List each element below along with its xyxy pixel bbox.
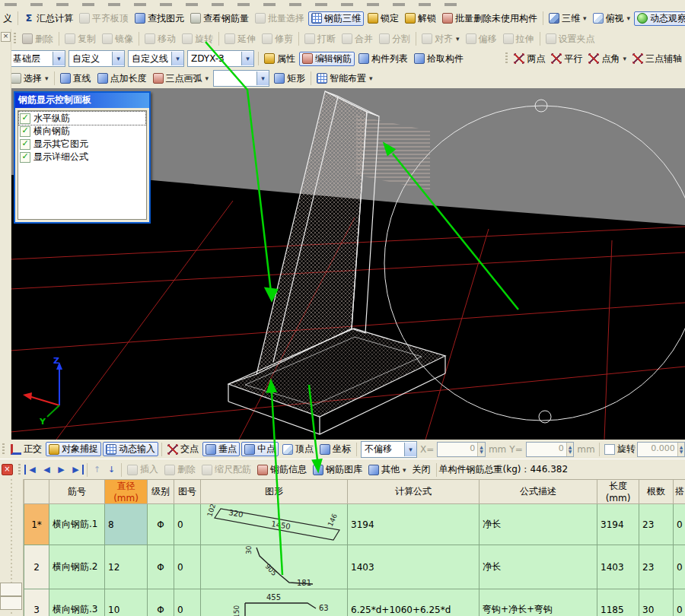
category-combo[interactable]: 自定义▾ [68, 50, 125, 67]
formula-cell[interactable]: 6.25*d+1060+6.25*d [348, 589, 480, 616]
chevron-down-icon[interactable]: ▾ [45, 75, 49, 82]
col-rowno[interactable] [24, 480, 49, 504]
toolbar-grip[interactable] [2, 443, 5, 456]
chevron-down-icon[interactable]: ▾ [623, 55, 626, 62]
col-shape[interactable]: 图形 [201, 480, 348, 504]
view-rebar-qty-button[interactable]: 查看钢筋量 [188, 11, 251, 26]
gutter-button[interactable] [0, 583, 22, 596]
align-button[interactable]: 对齐▾ [419, 32, 462, 46]
close-panel-button[interactable]: × [2, 464, 13, 475]
lap-cell[interactable]: 0 [674, 504, 685, 545]
shape-cell[interactable]: 306 905 181 [201, 545, 348, 589]
point-angle-axis-button[interactable]: 点角▾ [586, 52, 629, 66]
unlock-button[interactable]: 解锁 [403, 11, 438, 26]
toolbar-grip[interactable] [505, 52, 508, 65]
toolbar-grip[interactable] [18, 464, 21, 476]
element-name-combo[interactable]: ZDYX-3▾ [187, 50, 254, 67]
split-button[interactable]: 分割 [377, 32, 413, 46]
last-row-button[interactable]: ▶ [69, 465, 84, 475]
three-point-arc-button[interactable]: 三点画弧▾ [151, 71, 212, 86]
select-button[interactable]: 选择▾ [8, 71, 51, 86]
count-cell[interactable]: 23 [639, 545, 674, 589]
chevron-down-icon[interactable]: ▾ [241, 52, 253, 65]
x-input[interactable]: 0▲▼ [437, 442, 486, 457]
toolbar-grip[interactable] [14, 33, 16, 45]
fig-no-cell[interactable]: 0 [174, 589, 201, 616]
delete-row-button[interactable]: 删除 [162, 462, 198, 477]
chevron-down-icon[interactable]: ▾ [627, 14, 631, 22]
table-row[interactable]: 3 横向钢筋.3 10 Φ 0 150 455 63 6.25*d+1060+6… [24, 589, 685, 616]
insert-row-button[interactable]: 插入 [125, 462, 161, 477]
move-up-button[interactable]: ↑ [91, 465, 104, 475]
col-bar-id[interactable]: 筋号 [49, 480, 105, 504]
extend-button[interactable]: 延伸 [222, 32, 258, 46]
copy-button[interactable]: 复制 [62, 32, 98, 46]
element-list-button[interactable]: 构件列表 [356, 52, 410, 66]
rotate-input[interactable]: 0.000▲▼ [637, 442, 685, 457]
chevron-down-icon[interactable]: ▾ [369, 75, 373, 82]
midpoint-snap-toggle[interactable]: 中点 [241, 442, 279, 456]
formula-desc-cell[interactable]: 净长 [480, 504, 597, 545]
lap-cell[interactable]: 0 [674, 589, 685, 616]
scale-rebar-button[interactable]: 缩尺配筋 [199, 462, 253, 477]
col-count[interactable]: 根数 [639, 480, 674, 504]
pick-element-button[interactable]: 拾取构件 [412, 52, 466, 66]
col-lap[interactable]: 搭 [674, 480, 685, 504]
row-number[interactable]: 3 [24, 589, 49, 616]
fig-no-cell[interactable]: 0 [174, 504, 201, 545]
trim-button[interactable]: 修剪 [260, 32, 295, 46]
break-button[interactable]: 打断 [302, 32, 338, 46]
rectangle-button[interactable]: 矩形 [272, 71, 307, 86]
chevron-down-icon[interactable]: ▾ [53, 52, 65, 65]
diameter-cell[interactable]: 10 [105, 589, 148, 616]
col-grade[interactable]: 级别 [148, 480, 174, 504]
rebar-info-button[interactable]: 钢筋信息 [255, 462, 309, 477]
move-down-button[interactable]: ↓ [105, 465, 118, 475]
fig-no-cell[interactable]: 0 [174, 545, 201, 589]
checkbox-checked-icon[interactable]: ✓ [20, 126, 30, 137]
next-row-button[interactable]: ▶ [55, 465, 68, 475]
chevron-down-icon[interactable]: ▾ [256, 71, 269, 85]
three-point-aux-axis-button[interactable]: 三点辅轴 [630, 52, 684, 66]
table-left-gutter[interactable] [0, 479, 24, 616]
checkbox-checked-icon[interactable]: ✓ [20, 152, 30, 163]
lock-button[interactable]: 锁定 [365, 11, 401, 26]
bar-name-cell[interactable]: 横向钢筋.2 [49, 545, 105, 589]
delete-button[interactable]: 删除 [20, 32, 56, 46]
bar-name-cell[interactable]: 横向钢筋.1 [49, 504, 105, 545]
chevron-down-icon[interactable]: ▾ [456, 35, 460, 43]
panel-item-show-detail-formula[interactable]: ✓显示详细公式 [19, 151, 145, 164]
shape-cell[interactable]: 102 320 1450 146 [201, 504, 348, 545]
length-cell[interactable]: 1185 [597, 589, 639, 616]
row-number[interactable]: 2 [24, 545, 49, 589]
edit-rebar-button[interactable]: 编辑钢筋 [299, 52, 355, 66]
chevron-down-icon[interactable]: ▾ [206, 75, 209, 82]
prev-row-button[interactable]: ◀ [40, 465, 53, 475]
perpendicular-snap-toggle[interactable]: 垂点 [202, 442, 240, 456]
chevron-down-icon[interactable]: ▾ [583, 14, 587, 22]
smart-layout-button[interactable]: 智能布置▾ [314, 71, 375, 86]
rebar-3d-button[interactable]: 钢筋三维 [308, 11, 364, 26]
count-cell[interactable]: 30 [639, 589, 674, 616]
parallel-axis-button[interactable]: 平行 [549, 52, 585, 66]
object-snap-toggle[interactable]: 对象捕捉 [46, 442, 101, 456]
offset-button[interactable]: 偏移 [464, 32, 499, 46]
find-element-button[interactable]: 查找图元 [132, 11, 186, 26]
col-length[interactable]: 长度(mm) [597, 480, 639, 504]
two-point-axis-button[interactable]: 两点 [511, 52, 547, 66]
grade-cell[interactable]: Φ [148, 589, 174, 616]
view-top-button[interactable]: 俯视▾ [591, 11, 633, 26]
formula-desc-cell[interactable]: 弯钩+净长+弯钩 [480, 589, 597, 616]
properties-button[interactable]: 属性 [262, 52, 298, 66]
lap-cell[interactable]: 0 [674, 545, 685, 589]
grade-cell[interactable]: Φ [148, 545, 174, 589]
col-diameter[interactable]: 直径(mm) [105, 480, 148, 504]
arc-mode-combo[interactable]: ▾ [213, 70, 269, 87]
panel-item-horizontal-longitudinal[interactable]: ✓水平纵筋 [19, 112, 145, 125]
dynamic-input-toggle[interactable]: 动态输入 [103, 442, 158, 456]
close-toolbar-button[interactable]: × [1, 32, 11, 42]
spinner-arrows[interactable]: ▲▼ [477, 443, 485, 456]
move-button[interactable]: 移动 [142, 32, 178, 46]
table-row[interactable]: 2 横向钢筋.2 12 Φ 0 306 905 181 1403 净长 1403… [24, 545, 685, 589]
summary-calc-button[interactable]: Σ汇总计算 [21, 11, 75, 26]
